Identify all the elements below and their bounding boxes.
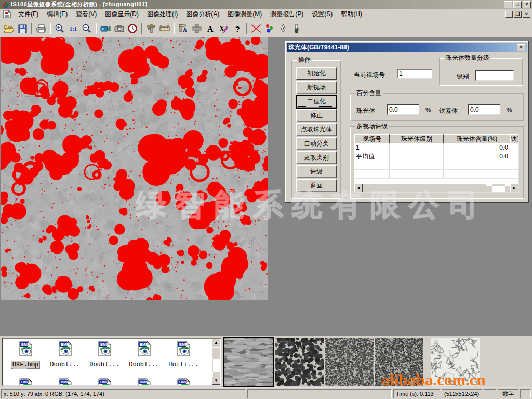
menu-image-analysis[interactable]: 图像分析(A) (182, 9, 223, 20)
actual-size-button[interactable]: 1:1 (66, 22, 80, 35)
zoom-in-icon (55, 24, 64, 33)
menu-image-measure[interactable]: 图像测量(M) (223, 9, 266, 20)
ruler-measure-button[interactable] (158, 22, 171, 35)
file-item[interactable]: BMP (7, 378, 44, 386)
file-item[interactable]: BMP HuiTi... (165, 340, 202, 368)
auto-classify-button[interactable]: 自动分类 (296, 137, 337, 150)
text-annotation-button[interactable]: A (204, 22, 217, 35)
video-capture-button[interactable] (99, 22, 112, 35)
file-name[interactable]: Doubl... (88, 361, 121, 368)
dialog-close-button[interactable]: × (517, 44, 525, 51)
file-list: BMP DKF.bmp BMP Doubl... BMP Doubl... BM… (2, 338, 221, 386)
thumbnail-image-4[interactable] (375, 338, 423, 386)
file-item[interactable]: BMP (125, 378, 163, 386)
correct-button[interactable]: 修正 (296, 109, 337, 122)
phase-mark-button[interactable] (263, 22, 276, 35)
scroll-down-button[interactable]: ▼ (212, 377, 220, 385)
grid-tool-button[interactable] (190, 22, 204, 35)
save-button[interactable] (16, 22, 29, 35)
scrollbar-track[interactable] (486, 184, 510, 192)
pen-tool-button[interactable] (276, 22, 290, 35)
brush-tool-button[interactable] (290, 22, 303, 35)
multifield-group-label: 多视场评级 (355, 123, 389, 130)
measure-label-button[interactable]: A (177, 22, 190, 35)
grade-group-label: 珠光体数量分级 (444, 55, 491, 61)
binarize-button[interactable]: 二值化 (296, 95, 337, 108)
camera-capture-button[interactable] (112, 22, 126, 35)
help-button[interactable]: ? (231, 22, 244, 35)
brush-icon (294, 24, 300, 33)
grade-input[interactable] (475, 70, 514, 81)
edit-annotation-button[interactable]: X (217, 22, 231, 35)
maximize-button[interactable]: □ (513, 1, 522, 8)
timer-button[interactable] (126, 22, 139, 35)
ferrite-percent-input[interactable] (468, 104, 500, 115)
file-item[interactable]: BMP (86, 378, 123, 386)
status-empty-panel (484, 389, 496, 398)
pearlite-percent-unit: % (425, 107, 431, 114)
caliper-measure-button[interactable] (144, 22, 158, 35)
file-item[interactable]: BMP Doubl... (46, 340, 84, 368)
col-ferrite-content[interactable]: 铁素体含量(%) (510, 134, 519, 143)
menu-file[interactable]: 文件(F) (14, 9, 43, 20)
scrollbar-thumb[interactable] (363, 184, 486, 192)
minimize-button[interactable]: _ (504, 1, 512, 8)
scrollbar-thumb[interactable] (212, 347, 220, 358)
file-item[interactable]: BMP DKF.bmp (7, 340, 44, 369)
menu-image-processing[interactable]: 图像处理(I) (143, 9, 182, 20)
return-button[interactable]: 返回 (296, 179, 337, 192)
status-empty-panel (247, 389, 392, 398)
cell-content: 0.0 (444, 143, 510, 152)
pearlite-percent-input[interactable] (387, 104, 419, 115)
new-field-button[interactable]: 新视场 (296, 81, 337, 94)
micrograph-image[interactable] (1, 37, 268, 300)
file-name[interactable]: Doubl... (49, 361, 81, 368)
thumbnail-image-5[interactable] (431, 338, 480, 386)
menu-view[interactable]: 查看(V) (72, 9, 101, 20)
bmp-file-icon: BMP (18, 378, 33, 386)
menu-settings[interactable]: 设置(S) (308, 9, 337, 20)
child-restore-button[interactable]: ❐ (514, 11, 522, 18)
table-row[interactable]: 1 0.0 (354, 143, 518, 152)
svg-text:BMP: BMP (140, 343, 148, 347)
open-file-button[interactable] (2, 22, 16, 35)
thumbnail-image-2[interactable] (275, 338, 324, 386)
scroll-up-button[interactable]: ▲ (212, 339, 220, 347)
pick-pearlite-button[interactable]: 点取珠光体 (296, 123, 337, 136)
dialog-title-bar[interactable]: 珠光体(GB/T9441-88) × (287, 43, 527, 52)
file-name[interactable]: Doubl... (128, 361, 160, 368)
table-row-empty (354, 161, 518, 170)
curve-tool-button[interactable] (249, 22, 263, 35)
scroll-left-button[interactable]: ◄ (354, 184, 363, 192)
menu-image-display[interactable]: 图像显示(D) (101, 9, 143, 20)
col-pearlite-content[interactable]: 珠光体含量(%) (444, 134, 510, 143)
col-field-no[interactable]: 视场号 (354, 134, 390, 143)
menu-measure-report[interactable]: 测量报告(P) (266, 9, 308, 20)
scroll-right-button[interactable]: ► (510, 184, 518, 192)
menu-help[interactable]: 帮助(H) (337, 9, 366, 20)
close-button[interactable]: × (523, 1, 531, 8)
rate-button[interactable]: 评级 (296, 165, 337, 178)
file-name[interactable]: HuiTi... (167, 361, 200, 368)
file-item[interactable]: BMP Doubl... (125, 340, 163, 368)
file-item[interactable]: BMP (165, 378, 202, 386)
menu-edit[interactable]: 编辑(E) (43, 9, 72, 20)
init-button[interactable]: 初始化 (296, 67, 337, 80)
change-class-button[interactable]: 更改类别 (296, 151, 337, 164)
thumbnail-image-1[interactable] (224, 338, 273, 386)
toolbar-separator (246, 23, 247, 34)
child-close-button[interactable]: × (523, 11, 530, 18)
file-name[interactable]: DKF.bmp (11, 361, 40, 369)
current-field-input[interactable] (397, 69, 432, 79)
letter-a-icon: A (206, 24, 215, 33)
table-row[interactable]: 平均值 0.0 (354, 152, 518, 161)
col-pearlite-grade[interactable]: 珠光体级别 (390, 134, 444, 143)
file-item[interactable]: BMP Doubl... (86, 340, 123, 368)
print-button[interactable] (34, 22, 48, 35)
zoom-in-button[interactable] (53, 22, 66, 35)
child-minimize-button[interactable]: _ (505, 11, 513, 18)
svg-text:BMP: BMP (21, 343, 30, 347)
zoom-out-button[interactable] (80, 22, 94, 35)
file-item[interactable]: BMP (46, 378, 84, 386)
thumbnail-image-3[interactable] (325, 338, 374, 386)
